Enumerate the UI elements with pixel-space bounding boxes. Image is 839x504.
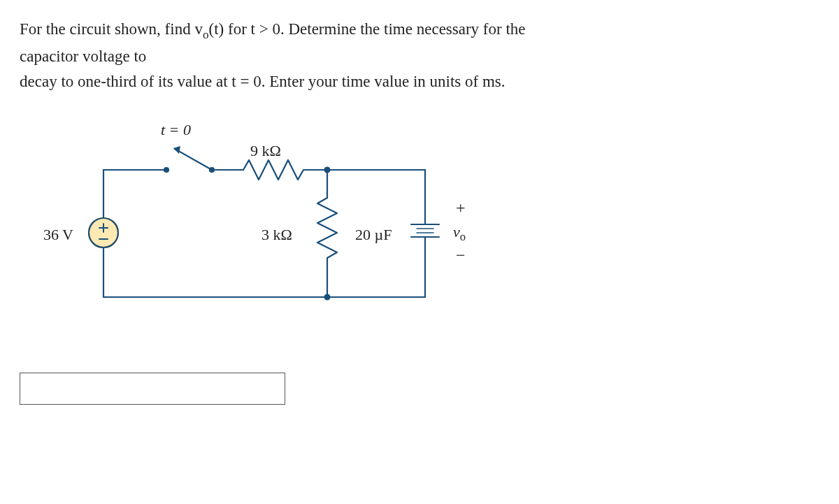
problem-line1-pre: For the circuit shown, find v [20,20,203,38]
vo-symbol-o: o [460,230,466,243]
vo-minus-label: − [456,243,466,268]
vo-plus-label: + [456,195,466,221]
problem-line2: capacitor voltage to [20,48,146,65]
answer-input[interactable] [20,373,285,404]
resistor-9k-label: 9 kΩ [250,139,281,163]
svg-line-10 [175,149,212,170]
problem-line1-post: (t) for t > 0. Determine the time necess… [209,20,526,38]
capacitor-label: 20 µF [355,223,392,247]
vo-symbol-v: v [453,223,460,240]
source-voltage-label: 36 V [43,223,73,247]
svg-marker-11 [173,146,180,154]
problem-statement: For the circuit shown, find vo(t) for t … [20,17,819,94]
switch-time-label: t = 0 [161,118,191,142]
svg-point-8 [164,168,168,172]
resistor-3k-label: 3 kΩ [261,223,292,247]
problem-line3: decay to one-third of its value at t = 0… [20,73,505,90]
circuit-diagram: t = 0 9 kΩ 3 kΩ 20 µF 36 V + vo − [34,114,509,324]
problem-line1-sub: o [203,28,209,41]
answer-box [20,373,285,405]
